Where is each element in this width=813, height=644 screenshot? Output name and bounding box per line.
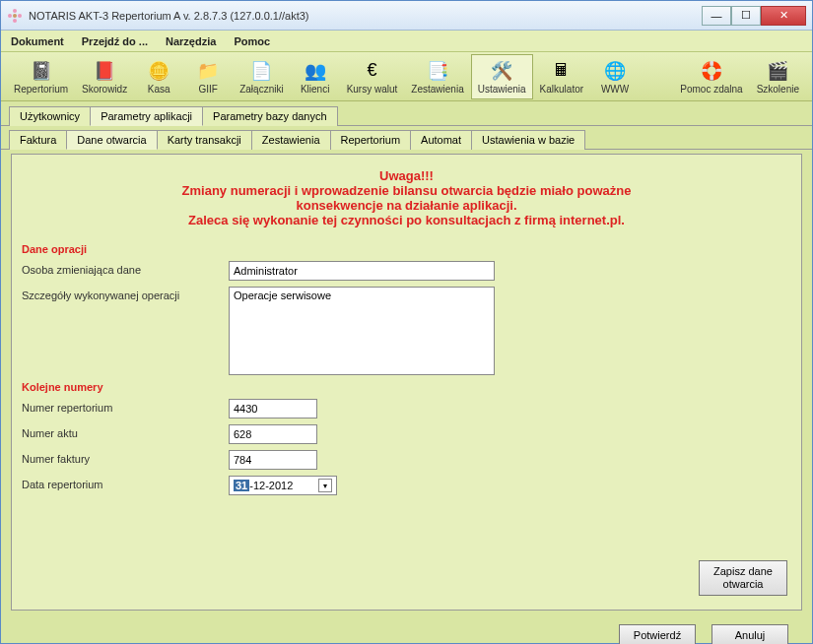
tab-parametry-bazy[interactable]: Parametry bazy danych [202,106,338,126]
row-osoba: Osoba zmieniająca dane [22,261,791,281]
tb-kasa[interactable]: 🪙Kasa [134,54,183,99]
tb-www[interactable]: 🌐WWW [590,54,640,99]
tb-klienci[interactable]: 👥Klienci [291,54,340,99]
dialog-buttons: Potwierdź Anuluj [1,616,812,644]
label-numer-faktury: Numer faktury [22,450,229,465]
toolbar: 📓Repertorium 📕Skorowidz 🪙Kasa 📁GIIF 📄Zał… [1,52,812,101]
input-data-repertorium[interactable]: 31-12-2012 ▾ [229,476,337,495]
euro-icon: € [360,59,383,83]
tb-giif[interactable]: 📁GIIF [183,54,233,99]
row-szczegoly: Szczegóły wykonywanej operacji Operacje … [22,287,791,375]
calculator-icon: 🖩 [550,59,574,83]
potwierdz-button[interactable]: Potwierdź [619,624,696,644]
tb-repertorium[interactable]: 📓Repertorium [7,54,75,99]
tab-uzytkownicy[interactable]: Użytkownicy [9,106,91,126]
svg-point-2 [13,19,17,23]
book-icon: 📓 [30,59,53,83]
close-button[interactable]: ✕ [761,6,806,26]
anuluj-button[interactable]: Anuluj [711,624,788,644]
warning-line1: Zmiany numeracji i wprowadzenie bilansu … [41,183,772,198]
row-numer-repertorium: Numer repertorium [22,399,791,419]
chevron-down-icon[interactable]: ▾ [318,479,332,492]
menu-pomoc[interactable]: Pomoc [234,35,270,47]
row-numer-faktury: Numer faktury [22,450,791,470]
warning-line2: konsekwencje na działanie aplikacji. [41,198,772,213]
label-numer-aktu: Numer aktu [22,424,229,439]
app-icon [7,8,23,24]
date-day: 31 [234,480,249,491]
tb-zalaczniki[interactable]: 📄Załączniki [233,54,290,99]
input-osoba[interactable] [229,261,495,281]
tb-pomoc-zdalna[interactable]: 🛟Pomoc zdalna [673,54,749,99]
section-kolejne-numery: Kolejne numery [22,381,791,393]
label-szczegoly: Szczegóły wykonywanej operacji [22,287,229,301]
svg-point-3 [8,14,12,18]
sub-tabs: Faktura Dane otwarcia Karty transakcji Z… [1,126,812,150]
minimize-button[interactable]: — [702,6,731,26]
globe-icon: 🌐 [603,59,627,83]
subtab-ustawienia-w-bazie[interactable]: Ustawienia w bazie [471,130,585,150]
warning-title: Uwaga!!! [41,168,772,183]
svg-point-1 [13,9,17,13]
warning-block: Uwaga!!! Zmiany numeracji i wprowadzenie… [22,161,791,237]
section-dane-operacji: Dane opracji [22,243,791,255]
warning-line3: Zaleca się wykonanie tej czynności po ko… [41,213,772,227]
subtab-automat[interactable]: Automat [410,130,472,150]
date-rest: -12-2012 [249,480,293,491]
report-icon: 📑 [426,59,449,83]
row-numer-aktu: Numer aktu [22,424,791,444]
clients-icon: 👥 [304,59,327,83]
window-controls: — ☐ ✕ [702,6,806,26]
subtab-zestawienia[interactable]: Zestawienia [251,130,331,150]
tab-parametry-aplikacji[interactable]: Parametry aplikacji [90,106,203,126]
input-szczegoly[interactable]: Operacje serwisowe [229,287,495,375]
label-osoba: Osoba zmieniająca dane [22,261,229,276]
svg-point-0 [13,14,17,18]
menu-przejdz[interactable]: Przejdź do ... [82,35,148,47]
titlebar: NOTARIS AKT-3 Repertorium A v. 2.8.7.3 (… [1,1,812,31]
tb-skorowidz[interactable]: 📕Skorowidz [75,54,134,99]
attachment-icon: 📄 [249,59,273,83]
input-numer-faktury[interactable] [229,450,317,470]
tb-zestawienia[interactable]: 📑Zestawienia [404,54,470,99]
lifebuoy-icon: 🛟 [700,59,723,83]
menu-narzedzia[interactable]: Narzędzia [166,35,216,47]
input-numer-aktu[interactable] [229,424,317,444]
menu-dokument[interactable]: Dokument [11,35,64,47]
label-numer-repertorium: Numer repertorium [22,399,229,414]
maximize-button[interactable]: ☐ [731,6,761,26]
index-icon: 📕 [93,59,116,83]
label-data-repertorium: Data repertorium [22,476,229,490]
subtab-repertorium[interactable]: Repertorium [330,130,412,150]
content-panel: Uwaga!!! Zmiany numeracji i wprowadzenie… [11,154,802,611]
tools-icon: 🛠️ [490,59,513,83]
main-tabs: Użytkownicy Parametry aplikacji Parametr… [1,101,812,126]
tb-ustawienia[interactable]: 🛠️Ustawienia [471,54,533,99]
row-data-repertorium: Data repertorium 31-12-2012 ▾ [22,476,791,495]
tb-kalkulator[interactable]: 🖩Kalkulator [533,54,590,99]
tb-szkolenie[interactable]: 🎬Szkolenie [750,54,806,99]
clapper-icon: 🎬 [766,59,789,83]
folder-icon: 📁 [196,59,220,83]
svg-point-4 [18,14,22,18]
subtab-faktura[interactable]: Faktura [9,130,67,150]
input-numer-repertorium[interactable] [229,399,317,419]
subtab-dane-otwarcia[interactable]: Dane otwarcia [66,130,157,150]
window-title: NOTARIS AKT-3 Repertorium A v. 2.8.7.3 (… [29,10,702,22]
coins-icon: 🪙 [147,59,170,83]
app-window: NOTARIS AKT-3 Repertorium A v. 2.8.7.3 (… [0,0,813,644]
tb-kursy[interactable]: €Kursy walut [340,54,405,99]
subtab-karty[interactable]: Karty transakcji [157,130,252,150]
zapisz-button[interactable]: Zapisz dane otwarcia [699,560,787,596]
menubar: Dokument Przejdź do ... Narzędzia Pomoc [1,31,812,52]
